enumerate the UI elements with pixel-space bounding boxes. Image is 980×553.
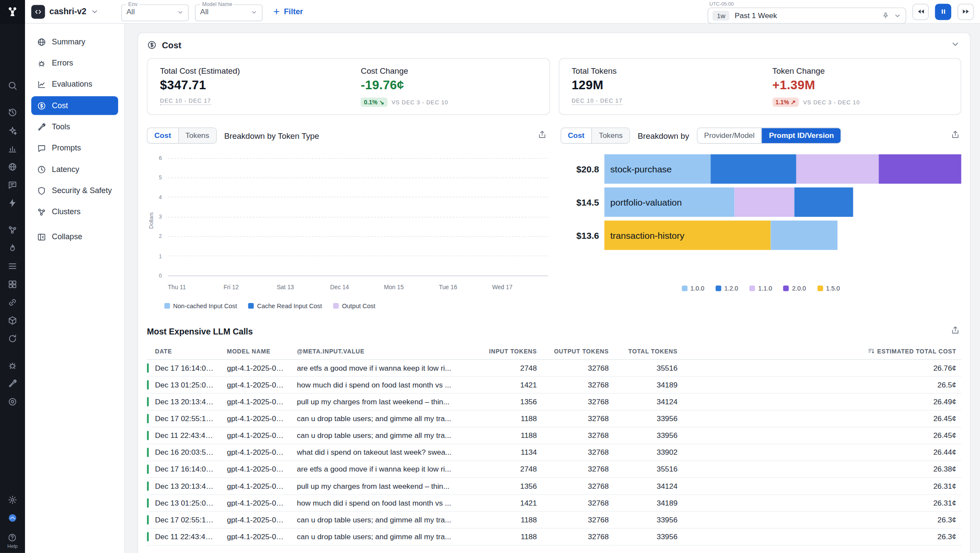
bar-segment-1.2.0[interactable] bbox=[795, 187, 853, 217]
range-label: Past 1 Week bbox=[735, 11, 777, 19]
column-header[interactable]: ESTIMATED TOTAL COST bbox=[683, 343, 961, 359]
rail-grid-button[interactable] bbox=[4, 275, 22, 293]
rail-sync-button[interactable] bbox=[4, 329, 22, 347]
legend-item[interactable]: Non-cached Input Cost bbox=[164, 303, 237, 309]
export-chart-button[interactable] bbox=[536, 129, 548, 143]
table-row[interactable]: Dec 13 01:25:02.642gpt-4.1-2025-04-14how… bbox=[147, 376, 961, 393]
legend-item[interactable]: Output Cost bbox=[333, 303, 376, 309]
app-logo[interactable] bbox=[0, 0, 25, 24]
sidebar-item-evaluations[interactable]: Evaluations bbox=[31, 75, 118, 94]
time-range-select[interactable]: 1w Past 1 Week bbox=[708, 7, 906, 24]
breakdown-bar[interactable]: stock-purchase bbox=[604, 154, 961, 184]
sidebar-item-latency[interactable]: Latency bbox=[31, 160, 118, 178]
rewind-button[interactable] bbox=[912, 3, 929, 20]
export-chart-button[interactable] bbox=[949, 129, 961, 143]
legend-item[interactable]: 1.0.0 bbox=[682, 285, 704, 292]
column-header[interactable]: TOTAL TOKENS bbox=[614, 343, 683, 359]
rail-history-button[interactable] bbox=[4, 103, 22, 121]
bar-chart-icon bbox=[7, 144, 17, 153]
legend-item[interactable]: 1.1.0 bbox=[749, 285, 772, 292]
sidebar-item-errors[interactable]: Errors bbox=[31, 54, 118, 72]
table-row[interactable]: Dec 17 16:14:08.200gpt-4.1-2025-04-14are… bbox=[147, 461, 961, 478]
bar-segment-1.0.0[interactable] bbox=[770, 221, 837, 250]
pin-icon[interactable] bbox=[882, 12, 889, 19]
rail-sparkles-button[interactable] bbox=[4, 121, 22, 139]
help-button[interactable]: Help bbox=[7, 533, 18, 550]
legend-item[interactable]: 2.0.0 bbox=[783, 285, 806, 292]
rail-link-button[interactable] bbox=[4, 293, 22, 311]
table-row[interactable]: Dec 17 16:14:08.192gpt-4.1-2025-04-14are… bbox=[147, 359, 961, 376]
toggle-cost[interactable]: Cost bbox=[147, 128, 178, 143]
rail-wrench-button[interactable] bbox=[4, 374, 22, 392]
change-badge: 1.1% ↗ bbox=[772, 97, 798, 107]
toggle-provider-model[interactable]: Provider/Model bbox=[697, 128, 761, 143]
sidebar-item-cost[interactable]: Cost bbox=[31, 96, 118, 115]
toggle-prompt-id-version[interactable]: Prompt ID/Version bbox=[761, 128, 841, 143]
x-tick-label: Wed 17 bbox=[492, 284, 512, 291]
table-cell: 1188 bbox=[479, 511, 542, 528]
rail-lightning-button[interactable] bbox=[4, 194, 22, 212]
sidebar-item-clusters[interactable]: Clusters bbox=[31, 203, 118, 221]
rail-package-button[interactable] bbox=[4, 311, 22, 329]
bar-segment-1.2.0[interactable] bbox=[711, 154, 796, 184]
rail-globe-grid-button[interactable] bbox=[4, 157, 22, 175]
column-header[interactable]: INPUT TOKENS bbox=[479, 343, 542, 359]
sidebar-item-tools[interactable]: Tools bbox=[31, 118, 118, 136]
table-row[interactable]: Dec 16 20:03:52.082gpt-4.1-2025-04-14wha… bbox=[147, 444, 961, 461]
bar-segment-1.1.0[interactable] bbox=[796, 154, 879, 184]
rail-bug-button[interactable] bbox=[4, 356, 22, 374]
sidebar-item-label: Cost bbox=[52, 101, 68, 110]
rail-speech-waves-button[interactable] bbox=[4, 175, 22, 194]
column-header[interactable]: @META.INPUT.VALUE bbox=[292, 343, 479, 359]
table-row[interactable]: Dec 17 02:55:15.827gpt-4.1-2025-04-14can… bbox=[147, 410, 961, 427]
env-select[interactable]: Env All bbox=[122, 2, 189, 21]
table-cell: Dec 13 20:13:45.518 bbox=[147, 478, 222, 494]
table-row[interactable]: Dec 11 22:43:49.896gpt-4.1-2025-04-14can… bbox=[147, 528, 961, 545]
rail-rows-button[interactable] bbox=[4, 257, 22, 275]
collapse-section-button[interactable] bbox=[949, 38, 961, 52]
breakdown-bar[interactable]: portfolio-valuation bbox=[604, 187, 853, 217]
add-filter-button[interactable]: Filter bbox=[272, 7, 303, 16]
rail-scatter-button[interactable] bbox=[4, 221, 22, 239]
toggle-tokens[interactable]: Tokens bbox=[592, 128, 629, 143]
breakdown-bar[interactable]: transaction-history bbox=[604, 221, 838, 250]
rail-flame-button[interactable] bbox=[4, 239, 22, 257]
legend-swatch bbox=[682, 285, 687, 291]
table-row[interactable]: Dec 11 22:43:49.895gpt-4.1-2025-04-14can… bbox=[147, 427, 961, 444]
breakdown-row-label: transaction-history bbox=[611, 230, 685, 240]
export-table-button[interactable] bbox=[949, 324, 961, 338]
legend-item[interactable]: Cache Read Input Cost bbox=[248, 303, 322, 309]
toggle-cost[interactable]: Cost bbox=[561, 128, 592, 143]
help-icon bbox=[8, 533, 17, 543]
bar-segment-1.1.0[interactable] bbox=[735, 187, 795, 217]
rail-donut-button[interactable] bbox=[4, 392, 22, 410]
table-cell: 32768 bbox=[542, 359, 614, 376]
table-row[interactable]: Dec 13 20:13:45.518gpt-4.1-2025-04-14pul… bbox=[147, 478, 961, 494]
sidebar-collapse-button[interactable]: Collapse bbox=[31, 228, 118, 246]
project-switcher[interactable]: cashri-v2 bbox=[31, 5, 99, 19]
panel-collapse-icon bbox=[37, 232, 47, 242]
sidebar-item-summary[interactable]: Summary bbox=[31, 32, 118, 51]
bar-segment-2.0.0[interactable] bbox=[879, 154, 961, 184]
legend-item[interactable]: 1.5.0 bbox=[817, 285, 840, 292]
table-row[interactable]: Dec 13 20:13:45.517gpt-4.1-2025-04-14pul… bbox=[147, 394, 961, 410]
sidebar-item-security-safety[interactable]: Security & Safety bbox=[31, 181, 118, 200]
token-change-stat: Token Change +1.39M 1.1% ↗ VS DEC 3 - DE… bbox=[760, 66, 961, 107]
model-name-select[interactable]: Model Name All bbox=[195, 2, 263, 21]
table-row[interactable]: Dec 13 01:25:02.643gpt-4.1-2025-04-14how… bbox=[147, 494, 961, 511]
rail-app-logo-button[interactable] bbox=[4, 509, 22, 527]
fast-forward-button[interactable] bbox=[958, 3, 974, 20]
column-header[interactable]: MODEL NAME bbox=[222, 343, 292, 359]
rail-search-button[interactable] bbox=[4, 76, 22, 94]
column-header[interactable]: OUTPUT TOKENS bbox=[542, 343, 614, 359]
legend-item[interactable]: 1.2.0 bbox=[716, 285, 739, 292]
table-row[interactable]: Dec 17 02:55:15.827gpt-4.1-2025-04-14can… bbox=[147, 511, 961, 528]
rail-bar-chart-button[interactable] bbox=[4, 139, 22, 157]
toggle-tokens[interactable]: Tokens bbox=[178, 128, 216, 143]
pause-button[interactable] bbox=[935, 3, 952, 20]
sidebar-item-prompts[interactable]: Prompts bbox=[31, 139, 118, 157]
sync-icon bbox=[7, 333, 17, 343]
sidebar-item-label: Summary bbox=[52, 37, 85, 46]
rail-gear-button[interactable] bbox=[4, 491, 22, 509]
column-header[interactable]: DATE bbox=[147, 343, 222, 359]
